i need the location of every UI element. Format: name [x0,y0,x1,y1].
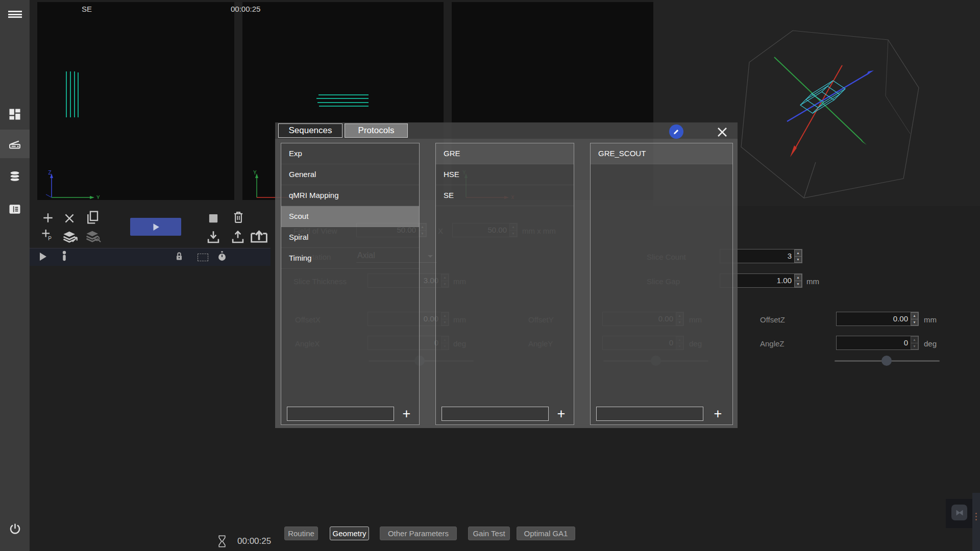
list-item-spiral[interactable]: Spiral [281,227,419,248]
axis-label-y: Y [253,169,257,176]
add-protocol-icon[interactable]: P [40,228,54,241]
add-protocol-button[interactable]: + [703,406,732,421]
card-reader-icon [8,202,22,216]
angle-z-input[interactable]: 0 [836,336,919,350]
dashboard-icon [8,107,22,121]
elapsed-time: 00:00:25 [237,536,271,546]
new-category-input[interactable] [287,407,394,421]
power-button[interactable] [0,514,30,543]
close-icon[interactable] [716,126,729,139]
slice-gap-spinner[interactable] [794,274,802,287]
sequence-list: GRE HSE SE + [435,143,574,425]
slice-gap-unit: mm [806,277,819,286]
tab-routine[interactable]: Routine [284,527,318,540]
angle-z-slider-thumb[interactable] [881,356,892,366]
tab-other-parameters[interactable]: Other Parameters [380,527,457,540]
slice-line [70,71,71,117]
stop-icon[interactable] [207,212,220,225]
sidebar-item-scanner[interactable] [0,130,30,158]
new-sequence-input[interactable] [442,407,549,421]
slice-line [319,106,369,107]
list-item-se[interactable]: SE [436,185,574,206]
slice-stack [800,81,845,113]
add-category-row: + [281,406,419,422]
slice-count-spinner[interactable] [794,249,802,263]
protocol-list: GRE_SCOUT + [590,143,733,425]
stopwatch-icon [216,251,228,263]
protocols-dialog: Sequences Protocols Exp General qMRI Map… [275,122,738,428]
export-icon[interactable] [250,227,268,244]
tab-sequences[interactable]: Sequences [278,123,342,138]
slice-line [316,98,369,99]
sidebar-item-dashboard[interactable] [0,100,30,129]
offset-z-input[interactable]: 0.00 [836,312,919,326]
edge-panel-handle[interactable] [972,493,980,551]
offset-z-spinner[interactable] [911,312,918,325]
corner-widget[interactable] [946,499,972,528]
lock-icon [174,251,185,263]
upload-icon[interactable] [230,230,246,244]
tab-gain-test[interactable]: Gain Test [468,527,510,540]
axis-indicator-zy: Z Y [41,168,108,199]
drag-dots [972,493,980,520]
slice-line [318,94,369,95]
sidebar-item-card[interactable] [0,195,30,223]
copy-icon[interactable] [84,209,101,226]
power-icon [8,522,22,536]
list-item-qmri-mapping[interactable]: qMRI Mapping [281,185,419,206]
skip-media-icon [955,509,964,516]
slice-line [66,71,67,117]
play-icon [150,221,161,233]
sequence-name: SE [82,5,92,13]
offset-z-label: OffsetZ [760,315,785,324]
list-item-gre-scout[interactable]: GRE_SCOUT [591,143,732,164]
tab-protocols[interactable]: Protocols [345,123,408,138]
axis-label-y: Y [96,194,100,199]
pencil-icon [673,128,680,135]
add-category-button[interactable]: + [394,406,419,421]
download-icon[interactable] [205,230,222,244]
list-item-timing[interactable]: Timing [281,248,419,269]
layers-search-icon[interactable] [84,229,102,244]
new-protocol-input[interactable] [596,407,703,421]
list-item-gre[interactable]: GRE [436,143,574,164]
app-root: Z Y Y X Y X [0,0,980,551]
sequence-duration: 00:00:25 [231,5,260,13]
tab-optimal-ga1[interactable]: Optimal GA1 [517,527,575,540]
list-item-hse[interactable]: HSE [436,164,574,185]
add-protocol-row: + [591,406,732,422]
angle-z-label: AngleZ [760,339,785,348]
hamburger-menu-icon[interactable] [0,4,30,24]
add-sequence-button[interactable]: + [549,406,574,421]
layers-arrow-icon[interactable] [61,229,79,244]
media-widget-icon[interactable] [951,505,967,520]
database-icon [8,169,22,184]
list-item-exp[interactable]: Exp [281,143,419,164]
delete-icon[interactable] [231,210,246,226]
viewport-1[interactable]: Z Y [37,2,234,200]
add-icon[interactable] [41,211,55,225]
sidebar [0,0,30,551]
protocol-sub-letter: P [48,236,52,241]
hourglass-icon [217,534,227,548]
list-item-general[interactable]: General [281,164,419,185]
category-list: Exp General qMRI Mapping Scout Spiral Ti… [281,143,420,425]
slice-line [317,102,369,103]
sequence-play-icon[interactable] [38,251,48,262]
tab-geometry[interactable]: Geometry [330,527,369,540]
angle-z-spinner [911,336,918,349]
slice-line [74,71,75,117]
hamburger-bars [8,10,22,19]
add-sequence-row: + [436,406,574,422]
selection-box-icon[interactable] [198,254,208,261]
remove-icon[interactable] [62,211,77,226]
run-sequence-button[interactable] [130,218,181,236]
edit-button[interactable] [669,124,683,139]
scanner-icon [8,137,22,151]
list-item-scout[interactable]: Scout [281,206,419,227]
angle-z-unit: deg [924,339,937,348]
axis-label-z: Z [48,169,52,176]
slice-line [78,72,79,117]
person-icon [60,250,69,263]
sidebar-item-database[interactable] [0,162,30,191]
